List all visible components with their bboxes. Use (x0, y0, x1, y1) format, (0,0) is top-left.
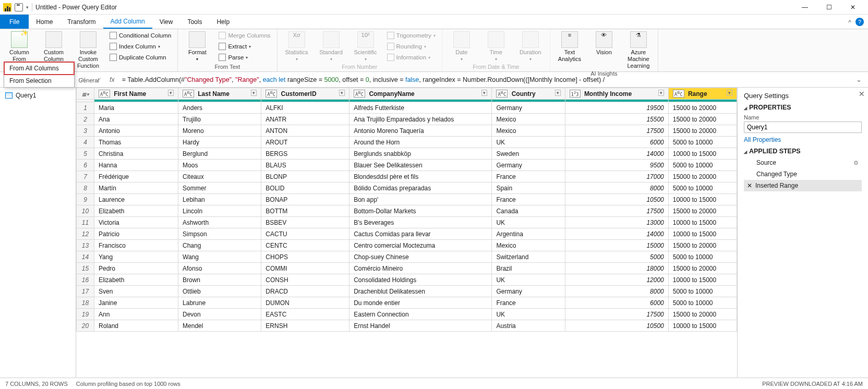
type-badge-icon[interactable]: 123 (570, 90, 581, 98)
cell[interactable]: Austria (492, 320, 565, 332)
conditional-column-button[interactable]: Conditional Column (107, 30, 173, 41)
row-number[interactable]: 11 (77, 217, 94, 228)
cell[interactable]: 15000 to 20000 (668, 240, 737, 251)
cell[interactable]: 5000 (565, 251, 668, 263)
cell[interactable]: Moos (178, 160, 261, 171)
row-number[interactable]: 18 (77, 297, 94, 309)
cell[interactable]: UK (492, 137, 565, 148)
cell[interactable]: Hardy (178, 137, 261, 148)
cell[interactable]: ERNSH (261, 320, 349, 332)
cell[interactable]: Eastern Connection (349, 309, 492, 320)
cell[interactable]: 14000 (565, 228, 668, 240)
cell[interactable]: Trujillo (178, 114, 261, 125)
cell[interactable]: 6000 (565, 137, 668, 148)
formula-commit-icon[interactable]: ✓ (94, 76, 104, 84)
type-badge-icon[interactable]: ABC (183, 90, 194, 98)
cell[interactable]: 19500 (565, 102, 668, 114)
cell[interactable]: 5000 to 10000 (668, 297, 737, 309)
type-badge-icon[interactable]: ABC (266, 90, 277, 98)
cell[interactable]: Antonio (94, 125, 178, 137)
cell[interactable]: Lebihan (178, 194, 261, 205)
cell[interactable]: Hanna (94, 160, 178, 171)
table-row[interactable]: 5ChristinaBerglundBERGSBerglunds snabbkö… (77, 148, 737, 160)
cell[interactable]: Consolidated Holdings (349, 274, 492, 286)
cell[interactable]: 5000 to 10000 (668, 183, 737, 194)
qat-dropdown[interactable]: ▾ (26, 5, 29, 10)
cell[interactable]: Sven (94, 286, 178, 297)
column-filter-icon[interactable]: ▾ (251, 90, 257, 96)
cell[interactable]: Devon (178, 309, 261, 320)
cell[interactable]: Alfreds Futterkiste (349, 102, 492, 114)
cell[interactable]: 15000 to 20000 (668, 309, 737, 320)
dropdown-from-selection[interactable]: From Selection (4, 75, 74, 87)
cell[interactable]: 10000 to 15000 (668, 194, 737, 205)
cell[interactable]: Bólido Comidas preparadas (349, 183, 492, 194)
table-row[interactable]: 9LaurenceLebihanBONAPBon app'France10500… (77, 194, 737, 205)
applied-step[interactable]: Changed Type (744, 168, 862, 180)
cell[interactable]: COMMI (261, 263, 349, 274)
cell[interactable]: Sommer (178, 183, 261, 194)
column-header[interactable]: ABC Last Name▾ (178, 88, 261, 100)
table-row[interactable]: 20RolandMendelERNSHErnst HandelAustria10… (77, 320, 737, 332)
table-row[interactable]: 4ThomasHardyAROUTAround the HornUK600050… (77, 137, 737, 148)
all-properties-link[interactable]: All Properties (744, 136, 862, 143)
cell[interactable]: Janine (94, 297, 178, 309)
tab-add-column[interactable]: Add Column (103, 15, 152, 29)
cell[interactable]: BLAUS (261, 160, 349, 171)
cell[interactable]: BSBEV (261, 217, 349, 228)
trigonometry-button[interactable]: Trigonometry▾ (385, 30, 438, 41)
row-number[interactable]: 13 (77, 240, 94, 251)
column-filter-icon[interactable]: ▾ (658, 90, 664, 96)
invoke-custom-function-button[interactable]: Invoke Custom Function (73, 30, 103, 69)
save-icon[interactable] (15, 3, 23, 11)
cell[interactable]: BOLID (261, 183, 349, 194)
table-row[interactable]: 12PatricioSimpsonCACTUCactus Comidas par… (77, 228, 737, 240)
cell[interactable]: Wang (178, 251, 261, 263)
settings-close-icon[interactable]: ✕ (859, 90, 865, 98)
cell[interactable]: 10000 to 15000 (668, 320, 737, 332)
cell[interactable]: Ashworth (178, 217, 261, 228)
row-number[interactable]: 20 (77, 320, 94, 332)
row-number[interactable]: 9 (77, 194, 94, 205)
column-header[interactable]: ABC Range▾ (668, 88, 737, 100)
cell[interactable]: 15000 (565, 240, 668, 251)
close-button[interactable]: ✕ (841, 0, 865, 15)
cell[interactable]: Afonso (178, 263, 261, 274)
table-row[interactable]: 2AnaTrujilloANATRAna Trujillo Emparedado… (77, 114, 737, 125)
parse-button[interactable]: Parse▾ (216, 52, 272, 63)
cell[interactable]: Bon app' (349, 194, 492, 205)
column-filter-icon[interactable]: ▾ (339, 90, 345, 96)
merge-columns-button[interactable]: Merge Columns (216, 30, 272, 41)
dropdown-from-all-columns[interactable]: From All Columns (4, 62, 74, 75)
cell[interactable]: 5000 to 10000 (668, 137, 737, 148)
cell[interactable]: 10000 to 15000 (668, 217, 737, 228)
column-header[interactable]: ABC CustomerID▾ (261, 88, 349, 100)
cell[interactable]: Ana (94, 114, 178, 125)
cell[interactable]: UK (492, 309, 565, 320)
cell[interactable]: 10500 (565, 320, 668, 332)
tab-transform[interactable]: Transform (60, 15, 103, 29)
cell[interactable]: Elizabeth (94, 205, 178, 217)
cell[interactable]: 10500 (565, 194, 668, 205)
cell[interactable]: 18000 (565, 263, 668, 274)
applied-steps-heading[interactable]: APPLIED STEPS (744, 148, 862, 155)
date-button[interactable]: Date▾ (447, 30, 477, 63)
time-button[interactable]: Time▾ (481, 30, 511, 63)
cell[interactable]: Germany (492, 286, 565, 297)
cell[interactable]: 6000 (565, 297, 668, 309)
column-filter-icon[interactable]: ▾ (727, 90, 732, 96)
cell[interactable]: Martín (94, 183, 178, 194)
cell[interactable]: Du monde entier (349, 297, 492, 309)
cell[interactable]: 15000 to 20000 (668, 171, 737, 183)
azure-ml-button[interactable]: ⚗Azure Machine Learning (623, 30, 654, 69)
cell[interactable]: Simpson (178, 228, 261, 240)
cell[interactable]: BONAP (261, 194, 349, 205)
tab-view[interactable]: View (152, 15, 180, 29)
tab-help[interactable]: Help (209, 15, 237, 29)
cell[interactable]: Germany (492, 160, 565, 171)
statistics-button[interactable]: XσStatistics▾ (282, 30, 312, 63)
cell[interactable]: Antonio Moreno Taquería (349, 125, 492, 137)
cell[interactable]: CHOPS (261, 251, 349, 263)
cell[interactable]: France (492, 171, 565, 183)
cell[interactable]: Francisco (94, 240, 178, 251)
